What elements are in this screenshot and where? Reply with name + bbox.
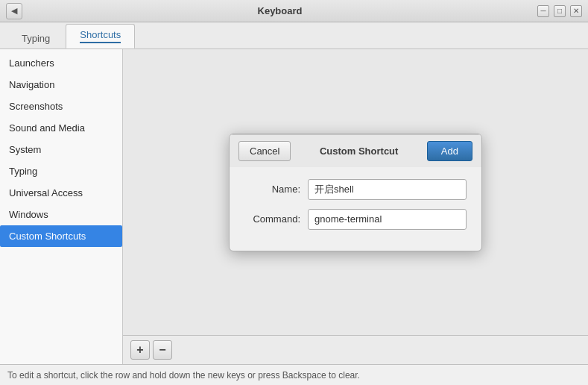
sidebar-item-sound-media[interactable]: Sound and Media	[0, 117, 122, 139]
sidebar-item-custom-shortcuts[interactable]: Custom Shortcuts	[0, 225, 122, 247]
window-controls: ─ □ ✕	[537, 5, 582, 17]
command-row: Command:	[244, 209, 467, 230]
sidebar-item-universal-access[interactable]: Universal Access	[0, 182, 122, 204]
add-shortcut-button[interactable]: +	[130, 340, 150, 360]
maximize-icon: □	[557, 7, 562, 15]
minimize-button[interactable]: ─	[537, 5, 549, 17]
name-row: Name:	[244, 179, 467, 200]
window-title: Keyboard	[22, 5, 537, 16]
remove-shortcut-button[interactable]: −	[153, 340, 172, 360]
titlebar: ◀ Keyboard ─ □ ✕	[0, 0, 588, 22]
content-area: Cancel Custom Shortcut Add Name: Command…	[123, 49, 588, 364]
cancel-button[interactable]: Cancel	[238, 141, 291, 161]
sidebar-item-system[interactable]: System	[0, 139, 122, 160]
sidebar-item-screenshots[interactable]: Screenshots	[0, 96, 122, 117]
minus-icon: −	[159, 344, 165, 356]
dialog-title: Custom Shortcut	[291, 145, 426, 157]
statusbar: To edit a shortcut, click the row and ho…	[0, 364, 588, 385]
name-input[interactable]	[308, 179, 467, 200]
bottom-toolbar: + −	[123, 335, 588, 364]
custom-shortcut-dialog: Cancel Custom Shortcut Add Name: Command…	[229, 134, 482, 251]
close-button[interactable]: ✕	[570, 5, 582, 17]
plus-icon: +	[136, 344, 143, 356]
name-label: Name:	[244, 184, 300, 195]
back-icon: ◀	[11, 6, 17, 16]
close-icon: ✕	[573, 7, 579, 15]
tab-shortcuts[interactable]: Shortcuts	[66, 24, 135, 48]
tabbar: Typing Shortcuts	[0, 22, 588, 49]
minimize-icon: ─	[540, 7, 546, 15]
back-button[interactable]: ◀	[6, 3, 22, 19]
sidebar-item-launchers[interactable]: Launchers	[0, 52, 122, 74]
dialog-content: Name: Command:	[230, 167, 481, 251]
main-layout: Launchers Navigation Screenshots Sound a…	[0, 49, 588, 364]
status-text: To edit a shortcut, click the row and ho…	[7, 370, 360, 381]
command-label: Command:	[244, 213, 300, 225]
sidebar-item-navigation[interactable]: Navigation	[0, 74, 122, 96]
content-scroll: Cancel Custom Shortcut Add Name: Command…	[123, 49, 588, 335]
sidebar-item-windows[interactable]: Windows	[0, 204, 122, 225]
dialog-actions: Cancel Custom Shortcut Add	[230, 134, 481, 167]
command-input[interactable]	[308, 209, 467, 230]
add-button[interactable]: Add	[427, 141, 472, 161]
tab-typing[interactable]: Typing	[7, 28, 64, 48]
sidebar-item-typing[interactable]: Typing	[0, 160, 122, 182]
maximize-button[interactable]: □	[554, 5, 566, 17]
dialog-overlay: Cancel Custom Shortcut Add Name: Command…	[123, 49, 588, 335]
sidebar: Launchers Navigation Screenshots Sound a…	[0, 49, 123, 364]
